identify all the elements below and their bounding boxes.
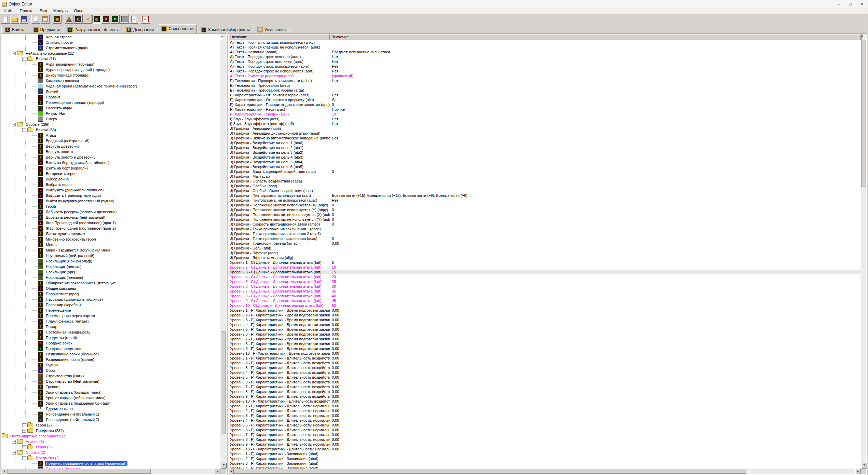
tree-item[interactable]: ⌀Выгрузить (дирижабли гоблинов) xyxy=(2,187,220,193)
tree-item[interactable]: Носильщик (человек) xyxy=(2,275,220,280)
tree-item[interactable]: −Нейтрально-пассивные (11) xyxy=(2,51,220,56)
table-row[interactable]: A) Текст - Порядок строк: выключен (aoru… xyxy=(228,59,861,64)
tree-item-selected[interactable]: ЖПредмет: повышение силы атаки (уровневы… xyxy=(2,461,220,466)
table-row[interactable]: J) Графика - Положение кнопки: не исполь… xyxy=(228,217,861,222)
table-row[interactable]: Уровень 8 - F) Характеристики - Длительн… xyxy=(228,437,861,442)
tree-item[interactable]: /Добывать ресурсы (золото и древесина) xyxy=(2,209,220,215)
table-row[interactable]: A) Текст - Суффикс редактора (ansf)(уров… xyxy=(228,73,861,78)
minimize-button[interactable]: – xyxy=(833,0,844,8)
object-manager-button[interactable] xyxy=(120,15,129,24)
table-row[interactable]: J) Графика - Включено автоматическое нав… xyxy=(228,136,861,140)
tree-item[interactable]: ?Общие магазины xyxy=(2,286,220,291)
table-row[interactable]: Уровень 8 - F) Характеристики - Время по… xyxy=(228,341,861,346)
table-row[interactable]: Уровень 4 - F) Характеристики - Время по… xyxy=(228,322,861,327)
table-row[interactable]: J) Графика - Воздействие на цель 3 (ata2… xyxy=(228,150,861,155)
tree-item[interactable]: ▲Сбор xyxy=(2,368,220,373)
table-row[interactable]: A) Текст - Порядок строк: включен (aord)… xyxy=(228,54,861,59)
tree-item[interactable]: *Паразит xyxy=(2,94,220,100)
table-row[interactable]: Уровень 5 - F) Характеристики - Время по… xyxy=(228,327,861,332)
tree-item[interactable]: †Пассажир (дирижабль гоблинов) xyxy=(2,297,220,302)
table-row[interactable]: Уровень 2 - C) Данные - Дополнительная а… xyxy=(228,265,861,270)
expand-icon[interactable]: + xyxy=(22,423,26,427)
table-row[interactable]: A) Текст - Название (anam)Предмет: повыш… xyxy=(228,50,861,54)
scroll-down-icon[interactable] xyxy=(221,463,227,469)
table-row[interactable]: J) Графика - Особые (asat) xyxy=(228,184,861,188)
table-row[interactable]: Уровень 3 - F) Характеристики - Время по… xyxy=(228,317,861,322)
table-row[interactable]: Уровень 9 - F) Характеристики - Время по… xyxy=(228,346,861,351)
tree-item[interactable]: !Ядовитое жало xyxy=(2,406,220,411)
scroll-left-icon[interactable] xyxy=(228,469,234,474)
table-row[interactable]: J) Графика - Положение кнопки: не исполь… xyxy=(228,212,861,217)
table-row[interactable]: J) Графика - Цель (atat) xyxy=(228,246,861,250)
tree-item[interactable]: †Лавка: купить предмет xyxy=(2,231,220,236)
table-row[interactable]: Уровень 1 - C) Данные - Дополнительная а… xyxy=(228,260,861,265)
table-row[interactable]: Уровень 9 - F) Характеристики - Длительн… xyxy=(228,442,861,447)
tree-item[interactable]: †Урон от взрыва (гоблинская мина) xyxy=(2,395,220,401)
expand-icon[interactable]: + xyxy=(22,429,26,433)
tree-item[interactable]: #Ловчий xyxy=(2,89,220,94)
tree-item[interactable]: −Альянс (5) xyxy=(2,439,220,444)
menu-view[interactable]: Вид xyxy=(37,9,50,13)
tree-item[interactable]: ≡Строительство (Наги) xyxy=(2,373,220,379)
tree-item[interactable]: Ритуал Наг xyxy=(2,111,220,116)
table-row[interactable]: Уровень 6 - F) Характеристики - Длительн… xyxy=(228,380,861,384)
tree-item[interactable]: †Рудник xyxy=(2,362,220,368)
table-row[interactable]: A) Текст - Горячая клавиша: используется… xyxy=(228,40,861,45)
table-row[interactable]: J) Графика - Анимация дистанционной атак… xyxy=(228,131,861,136)
tree-horizontal-scrollbar[interactable] xyxy=(2,469,220,474)
tree-item[interactable]: ▲Жар Преисподней (постоянное) (враг 2) xyxy=(2,226,220,231)
open-button[interactable] xyxy=(10,15,19,24)
table-row[interactable]: Уровень 2 - F) Характеристики - Длительн… xyxy=(228,361,861,365)
collapse-icon[interactable]: − xyxy=(22,456,26,460)
terrain-editor-button[interactable] xyxy=(65,15,73,24)
table-row[interactable]: Уровень 10 - F) Характеристики - Длитель… xyxy=(228,447,861,451)
tree-item[interactable]: /Добывать ресурсы (нейтральный) xyxy=(2,215,220,220)
table-row[interactable]: J) Графика - Воздействие на цель 2 (ata1… xyxy=(228,145,861,150)
tree-item[interactable]: †Бродячий (нейтральный) xyxy=(2,138,220,144)
tree-item[interactable]: †Постоянная невидимость xyxy=(2,329,220,335)
tree-item[interactable]: †Пожар xyxy=(2,324,220,329)
collapse-icon[interactable]: − xyxy=(12,52,16,55)
table-row[interactable]: Уровень 10 - F) Характеристики - Длитель… xyxy=(228,399,861,404)
tree-item[interactable]: †Аура замедления (торнадо) xyxy=(2,62,220,67)
new-button[interactable] xyxy=(1,15,10,24)
table-row[interactable]: Уровень 1 - F) Характеристики - Длительн… xyxy=(228,356,861,361)
collapse-icon[interactable]: − xyxy=(12,451,16,454)
tree-item[interactable]: Каменные доспехи xyxy=(2,78,220,83)
scroll-down-icon[interactable] xyxy=(862,463,867,469)
tree-item[interactable]: ▲Жар Преисподней (постоянное) (враг 1) xyxy=(2,220,220,226)
table-row[interactable]: J) Графика - Маг (acat) xyxy=(228,174,861,179)
tree-item[interactable]: †Вернуть золото xyxy=(2,149,220,154)
tree-item[interactable]: Носильщик (Ночной эльф) xyxy=(2,258,220,264)
tree-vscroll-thumb[interactable] xyxy=(221,331,226,434)
tab-buffs[interactable]: Заклинания/эффекты xyxy=(198,26,253,33)
close-button[interactable]: × xyxy=(856,0,868,8)
table-row[interactable]: Уровень 8 - C) Данные - Дополнительная а… xyxy=(228,294,861,298)
table-row[interactable]: E) Технологии - Проверять зависимости (a… xyxy=(228,78,861,83)
menu-edit[interactable]: Правка xyxy=(17,9,37,13)
table-row[interactable]: J) Графика - Положение кнопки: используе… xyxy=(228,207,861,212)
scroll-right-icon[interactable] xyxy=(855,469,861,474)
tree-item[interactable]: †Мгновенно воскресить героя xyxy=(2,236,220,242)
tree-item[interactable]: ~Рассеять чары xyxy=(2,105,220,111)
tree-item[interactable]: †Урон от взрыва (большая мина) xyxy=(2,390,220,395)
tree-item[interactable]: ⌀Выгрузить (транспортные суда) xyxy=(2,193,220,198)
tree-item[interactable]: †Аура повреждения зданий (торнадо) xyxy=(2,67,220,72)
tree-item[interactable]: †Парашютист (враг) xyxy=(2,291,220,297)
table-row[interactable]: Уровень 7 - C) Данные - Дополнительная а… xyxy=(228,289,861,294)
tree-item[interactable]: †Предметы (герой) xyxy=(2,335,220,340)
table-row[interactable]: Уровень 1 - F) Характеристики - Длительн… xyxy=(228,404,861,408)
table-row[interactable]: J) Графика - Точка приложения заклинания… xyxy=(228,227,861,231)
tree-item[interactable]: ⌀Взять на борт (корабли) xyxy=(2,165,220,171)
table-vertical-scrollbar[interactable] xyxy=(861,34,866,469)
trigger-editor-button[interactable]: a xyxy=(74,15,83,24)
table-row[interactable]: Уровень 7 - F) Характеристики - Длительн… xyxy=(228,384,861,389)
table-row[interactable]: Уровень 5 - F) Характеристики - Длительн… xyxy=(228,375,861,380)
tree-item[interactable]: †Развеивание порчи (большое) xyxy=(2,351,220,357)
table-row[interactable]: F) Характеристики - Относится к предмету… xyxy=(228,97,861,102)
table-row[interactable]: Уровень 9 - C) Данные - Дополнительная а… xyxy=(228,298,861,303)
table-row[interactable]: J) Графика - Точки приложения заклинания… xyxy=(228,236,861,241)
table-row[interactable]: I) Звук - Звук эффекта (aefs)Нет xyxy=(228,117,861,121)
table-row[interactable]: J) Графика - Эффекты молнии (alig) xyxy=(228,255,861,260)
tree-item[interactable]: †Перемещение торнадо (торнадо) xyxy=(2,100,220,105)
